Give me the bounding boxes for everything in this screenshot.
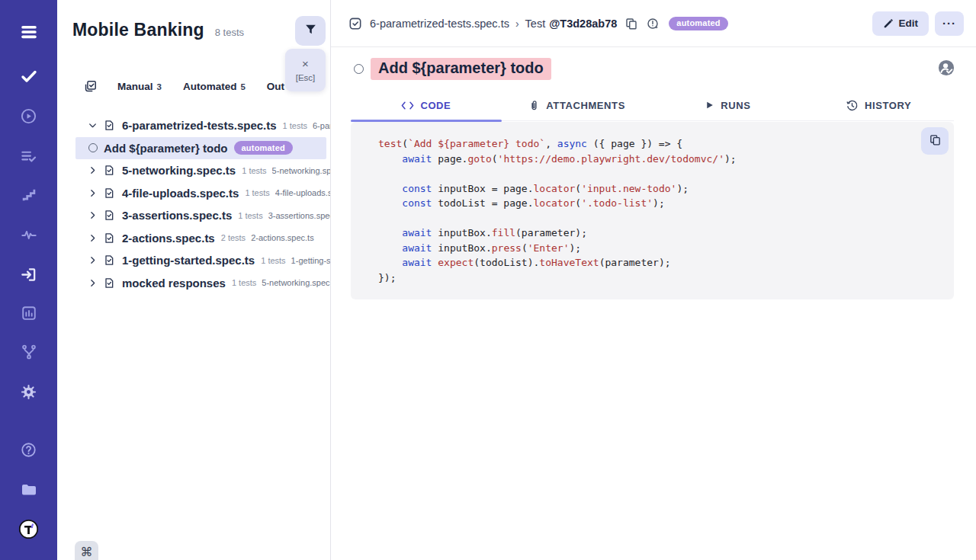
sidebar-item-analytics[interactable]: [0, 300, 57, 326]
chevron-right-icon[interactable]: [88, 188, 99, 198]
page-title: Add ${parameter} todo: [371, 58, 551, 80]
suite-test-count: 1 tests: [242, 166, 266, 175]
automated-badge: automated: [234, 141, 293, 155]
pencil-icon: [883, 18, 894, 29]
test-tree: 6-parametrized-tests.spec.ts1 tests6-par…: [57, 114, 330, 294]
tab-history[interactable]: HISTORY: [803, 90, 954, 120]
sidebar-item-signin[interactable]: [0, 261, 57, 287]
suite-name: 5-networking.spec.ts: [122, 164, 236, 177]
sidebar-item-branches[interactable]: [0, 339, 57, 365]
command-icon: ⌘: [81, 545, 93, 559]
copy-code-button[interactable]: [921, 127, 949, 155]
edit-button[interactable]: Edit: [872, 11, 929, 36]
suite-test-count: 1 tests: [261, 256, 285, 265]
copy-id-icon[interactable]: [624, 17, 638, 30]
chevron-right-icon[interactable]: [88, 233, 99, 243]
breadcrumb-separator: ›: [515, 18, 519, 30]
code-panel: test(`Add ${parameter} todo`, async ({ p…: [351, 122, 954, 299]
sidebar-item-pulse[interactable]: [0, 222, 57, 248]
chevron-right-icon[interactable]: [88, 278, 99, 288]
tab-code[interactable]: CODE: [351, 90, 502, 120]
chevron-right-icon[interactable]: [88, 255, 99, 265]
gear-icon: [20, 383, 37, 401]
command-shortcut-button[interactable]: ⌘: [75, 541, 98, 560]
sidebar-item-files[interactable]: [0, 477, 57, 503]
sidebar-item-menu[interactable]: [0, 19, 57, 45]
test-id: @T3d28ab78: [549, 18, 617, 30]
breadcrumb-file[interactable]: 6-parametrized-tests.spec.ts: [370, 18, 509, 30]
tree-suite-row[interactable]: mocked responses1 tests5-networking.spec…: [57, 272, 330, 295]
test-title-row: Add ${parameter} todo: [354, 58, 551, 80]
chevron-down-icon[interactable]: [88, 120, 99, 130]
tree-suite-row[interactable]: 6-parametrized-tests.spec.ts1 tests6-par…: [57, 114, 330, 137]
suite-name: 4-file-uploads.spec.ts: [122, 187, 239, 200]
chevron-right-icon[interactable]: [88, 210, 99, 220]
tree-suite-row[interactable]: 2-actions.spec.ts2 tests2-actions.spec.t…: [57, 227, 330, 250]
sidebar-item-logo: [0, 516, 57, 542]
sidebar-item-help[interactable]: [0, 437, 57, 462]
project-title: Mobile Banking: [72, 20, 204, 40]
file-check-icon: [103, 277, 115, 290]
close-icon[interactable]: ×: [302, 58, 309, 70]
tree-suite-row[interactable]: 5-networking.spec.ts1 tests5-networking.…: [57, 159, 330, 182]
sidebar-item-runs[interactable]: [0, 103, 57, 129]
play-circle-icon: [20, 107, 37, 125]
code-line: const todoList = page.locator('.todo-lis…: [378, 196, 954, 211]
file-check-icon: [103, 254, 115, 267]
filter-tab-out[interactable]: Out: [267, 81, 284, 92]
copy-icon: [929, 133, 942, 149]
filter-tab-count: 5: [240, 82, 245, 91]
edit-button-label: Edit: [899, 18, 919, 29]
sidebar-item-milestones[interactable]: [0, 182, 57, 208]
suite-name: 6-parametrized-tests.spec.ts: [122, 119, 277, 132]
tab-label: HISTORY: [865, 100, 911, 111]
filter-button[interactable]: [295, 16, 326, 46]
logo-icon: [18, 519, 39, 539]
pulse-icon: [21, 226, 37, 243]
suite-test-count: 1 tests: [232, 278, 256, 287]
explorer-panel: Mobile Banking 8 tests × [Esc] Manual3Au…: [57, 0, 331, 560]
chevron-right-icon[interactable]: [88, 165, 99, 175]
play-icon: [705, 100, 714, 110]
filter-tab-automated[interactable]: Automated5: [183, 81, 246, 92]
code-line: await page.goto('https://demo.playwright…: [378, 152, 954, 167]
sidebar-item-plans[interactable]: [0, 143, 57, 169]
tree-suite-row[interactable]: 1-getting-started.spec.ts1 tests1-gettin…: [57, 249, 330, 272]
paperclip-icon: [528, 99, 540, 112]
tab-attachments[interactable]: ATTACHMENTS: [502, 90, 653, 120]
suite-file-path: 5-networking.spec.ts: [262, 278, 330, 287]
tests-count: 8 tests: [215, 27, 244, 38]
list-check-icon: [20, 148, 37, 165]
steps-icon: [21, 187, 37, 203]
suite-test-count: 2 tests: [221, 233, 246, 242]
select-all-icon[interactable]: [83, 79, 98, 94]
filter-tab-manual[interactable]: Manual3: [117, 81, 162, 92]
sidebar-item-tests[interactable]: [0, 63, 57, 89]
suite-file-path: 6-para: [313, 121, 330, 130]
test-name: Add ${parameter} todo: [104, 142, 228, 155]
explorer-header: Mobile Banking 8 tests: [72, 20, 244, 40]
tab-runs[interactable]: RUNS: [653, 90, 804, 120]
more-button[interactable]: ···: [935, 11, 964, 36]
tree-suite-row[interactable]: 3-assertions.spec.ts1 tests3-assertions.…: [57, 204, 330, 227]
tab-label: ATTACHMENTS: [546, 100, 625, 111]
assignee-avatar[interactable]: [938, 59, 955, 76]
sidebar-item-settings[interactable]: [0, 379, 57, 405]
suite-name: mocked responses: [122, 277, 226, 290]
tree-test-row[interactable]: Add ${parameter} todoautomated: [75, 137, 326, 160]
file-check-icon: [103, 209, 115, 222]
history-alert-icon[interactable]: [646, 17, 660, 30]
folder-icon: [20, 481, 38, 499]
filter-tab-count: 3: [157, 82, 162, 91]
tree-suite-row[interactable]: 4-file-uploads.spec.ts1 tests4-file-uplo…: [57, 182, 330, 205]
suite-file-path: 4-file-uploads.sp: [275, 188, 330, 197]
sign-in-icon: [20, 266, 37, 283]
history-icon: [846, 99, 859, 112]
code-line: await inputBox.fill(parameter);: [378, 226, 954, 241]
filter-tab-label: Manual: [117, 81, 153, 92]
breadcrumb: 6-parametrized-tests.spec.ts › Test @T3d…: [348, 16, 728, 31]
filter-tab-label: Out: [267, 81, 284, 92]
funnel-icon: [304, 23, 317, 39]
file-check-icon: [103, 164, 115, 177]
filter-tab-label: Automated: [183, 81, 237, 92]
